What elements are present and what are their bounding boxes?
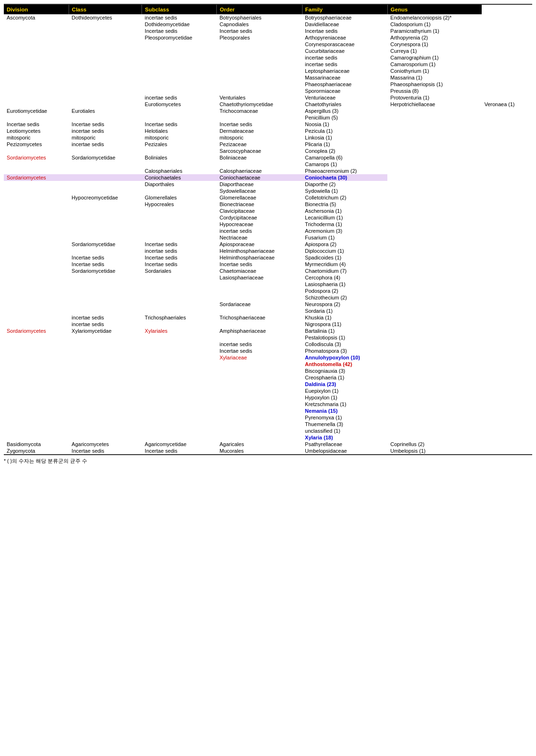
family-cell: Botryosphaeriaceae — [302, 14, 387, 21]
header-class: Class — [69, 4, 142, 14]
table-row: incertae sedis Acremonium (3) — [4, 228, 532, 234]
table-row: Euepixylon (1) — [4, 388, 532, 394]
table-row: Sordariaceae Neurospora (2) — [4, 301, 532, 308]
table-row: Sordariomycetes Sordariomycetidae Bolini… — [4, 154, 532, 161]
table-row: Penicillium (5) — [4, 114, 532, 121]
table-row: Thuemenella (3) — [4, 421, 532, 428]
order-cell: Botryosphaeriales — [217, 14, 302, 21]
table-row: Creosphaeria (1) — [4, 374, 532, 381]
table-row: Zygomycota Incertae sedis Incertae sedis… — [4, 448, 532, 455]
table-row: Biscogniauxia (3) — [4, 368, 532, 374]
table-row: incertae sedis Nigrospora (11) — [4, 321, 532, 328]
table-row: Sordariomycetes Coniochaetales Coniochae… — [4, 174, 532, 181]
table-row: Sordariomycetes Xylariomycetidae Xylaria… — [4, 328, 532, 334]
table-row: Lasiosphaeria (1) — [4, 281, 532, 288]
class-cell: Dothideomycetes — [69, 14, 142, 108]
table-row: Schizothecium (2) — [4, 294, 532, 301]
header-genus: Genus — [387, 4, 481, 14]
header-order: Order — [217, 4, 302, 14]
table-row: Sordariomycetidae Incertae sedis Apiospo… — [4, 241, 532, 248]
table-row: Sydowiellaceae Sydowiella (1) — [4, 188, 532, 194]
table-row: Daldinia (23) — [4, 381, 532, 388]
table-row: Pezizomycetes incertae sedis Pezizales P… — [4, 141, 532, 148]
table-row: Ascomycota Dothideomycetes incertae sedi… — [4, 14, 532, 21]
table-row: unclassified (1) — [4, 428, 532, 434]
table-row: Incertae sedis Incertae sedis Incertae s… — [4, 121, 532, 128]
table-footnote: * ( )의 수자는 해당 분류군의 균주 수 — [4, 458, 532, 465]
table-row: Incertae sedis Incertae sedis Helminthos… — [4, 254, 532, 261]
table-row: Pyrenomyxa (1) — [4, 414, 532, 421]
table-row: Sordaria (1) — [4, 308, 532, 314]
table-row: Leotiomycetes incertae sedis Helotiales … — [4, 128, 532, 134]
table-row: Nemania (15) — [4, 408, 532, 414]
table-row: Diaporthales Diaporthaceae Diaporthe (2) — [4, 181, 532, 188]
table-row: Hypocreales Bionectriaceae Bionectria (5… — [4, 201, 532, 208]
table-row: Incertae sedis Incertae sedis Incertae s… — [4, 261, 532, 268]
header-division: Division — [4, 4, 69, 14]
table-row: Lasiosphaeriaceae Cercophora (4) — [4, 274, 532, 281]
header-subclass: Subclass — [142, 4, 217, 14]
table-row: Nectriaceae Fusarium (1) — [4, 234, 532, 241]
table-row: Sarcoscyphaceae Conoplea (2) — [4, 148, 532, 154]
table-row: Basidiomycota Agaricomycetes Agaricomyce… — [4, 441, 532, 448]
genus-cell: Endoamelanconiopsis (2)* — [387, 14, 481, 21]
division-cell: Ascomycota — [4, 14, 69, 108]
table-row: Podospora (2) — [4, 288, 532, 294]
table-row: Camarops (1) — [4, 161, 532, 168]
table-row: Calosphaeriales Calosphaeriaceae Phaeoac… — [4, 168, 532, 174]
table-row: Anthostomella (42) — [4, 361, 532, 368]
table-row: Eurotiomycetidae Eurotiales Trichocomace… — [4, 108, 532, 114]
table-row: Incertae sedis Phomatospora (3) — [4, 348, 532, 354]
table-row: Hypocreaceae Trichoderma (1) — [4, 221, 532, 228]
subclass-cell: incertae sedis — [142, 14, 217, 21]
table-row: Hypoxylon (1) — [4, 394, 532, 401]
table-row: incertae sedis Helminthosphaeriaceae Dip… — [4, 248, 532, 254]
table-row: Clavicipitaceae Aschersonia (1) — [4, 208, 532, 214]
table-row: incertae sedis Collodiscula (3) — [4, 341, 532, 348]
table-row: Xylaria (18) — [4, 434, 532, 441]
table-row: incertae sedis Trichosphaeriales Trichos… — [4, 314, 532, 321]
table-row: Hypocreomycetidae Glomerellales Glomerel… — [4, 194, 532, 201]
header-family: Family — [302, 4, 387, 14]
table-row: Sordariomycetidae Sordariales Chaetomiac… — [4, 268, 532, 274]
table-row: Kretzschmaria (1) — [4, 401, 532, 408]
taxonomy-table: Division Class Subclass Order Family Gen… — [4, 4, 532, 455]
table-row: Xylariaceae Annulohypoxylon (10) — [4, 354, 532, 361]
table-row: Cordycipitaceae Lecanicillium (1) — [4, 214, 532, 221]
table-row: Pestalotiopsis (1) — [4, 334, 532, 341]
table-row: mitosporic mitosporic mitosporic mitospo… — [4, 134, 532, 141]
